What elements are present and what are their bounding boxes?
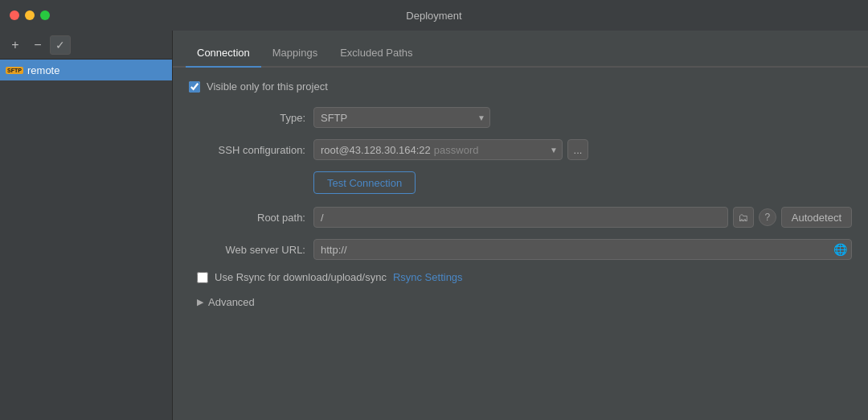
ssh-config-row: SSH configuration: root@43.128.30.164:22… [189, 139, 852, 160]
advanced-label: Advanced [208, 296, 255, 308]
main-layout: + − ✓ SFTP remote Connection Mappings Ex… [0, 31, 868, 420]
type-select-wrapper: SFTP FTP Local or mounted folder ▼ [313, 107, 490, 128]
ssh-chevron-down-icon: ▼ [550, 146, 558, 154]
web-server-url-row: Web server URL: 🌐 [189, 239, 852, 260]
sidebar-item-remote[interactable]: SFTP remote [0, 60, 172, 80]
ssh-config-ellipsis-button[interactable]: ... [567, 139, 588, 160]
sftp-badge: SFTP [6, 67, 23, 74]
tab-mappings[interactable]: Mappings [261, 40, 329, 68]
triangle-right-icon: ▶ [197, 297, 203, 307]
sidebar-item-label: remote [27, 64, 59, 76]
visible-only-label: Visible only for this project [207, 80, 328, 93]
test-connection-row: Test Connection [189, 171, 852, 194]
rsync-row: Use Rsync for download/upload/sync Rsync… [189, 271, 852, 283]
titlebar: Deployment [0, 0, 868, 31]
remove-button[interactable]: − [27, 35, 48, 55]
web-server-url-label: Web server URL: [189, 244, 305, 256]
root-path-control-area: 🗂 ? Autodetect [313, 207, 852, 228]
visible-only-row: Visible only for this project [189, 80, 852, 93]
minimize-button[interactable] [25, 10, 35, 20]
type-control-area: SFTP FTP Local or mounted folder ▼ [313, 107, 852, 128]
rsync-checkbox[interactable] [197, 272, 208, 283]
advanced-section[interactable]: ▶ Advanced [189, 296, 852, 308]
ssh-config-select[interactable]: root@43.128.30.164:22 password ▼ [313, 139, 563, 160]
type-label: Type: [189, 112, 305, 124]
web-server-url-control-area: 🌐 [313, 239, 852, 260]
root-path-folder-button[interactable]: 🗂 [733, 207, 754, 228]
content-area: Connection Mappings Excluded Paths Visib… [173, 31, 868, 420]
tab-excluded-paths[interactable]: Excluded Paths [329, 40, 424, 68]
sftp-icon: SFTP [6, 64, 23, 76]
root-path-row: Root path: 🗂 ? Autodetect [189, 207, 852, 228]
web-server-url-input[interactable] [313, 239, 852, 260]
rsync-settings-link[interactable]: Rsync Settings [393, 271, 463, 283]
ssh-config-control-area: root@43.128.30.164:22 password ▼ ... [313, 139, 852, 160]
sidebar-toolbar: + − ✓ [0, 31, 172, 60]
maximize-button[interactable] [40, 10, 50, 20]
tabs-bar: Connection Mappings Excluded Paths [173, 31, 868, 68]
ssh-config-label: SSH configuration: [189, 144, 305, 156]
type-select[interactable]: SFTP FTP Local or mounted folder [313, 107, 490, 128]
ssh-config-hint: password [434, 144, 479, 156]
window-title: Deployment [406, 10, 461, 22]
form-content: Visible only for this project Type: SFTP… [173, 68, 868, 420]
autodetect-button[interactable]: Autodetect [781, 207, 852, 228]
tab-connection[interactable]: Connection [186, 40, 261, 68]
folder-icon: 🗂 [738, 212, 748, 224]
ssh-config-value: root@43.128.30.164:22 [321, 144, 431, 156]
root-path-input[interactable] [313, 207, 728, 228]
type-row: Type: SFTP FTP Local or mounted folder ▼ [189, 107, 852, 128]
close-button[interactable] [10, 10, 19, 20]
visible-only-checkbox[interactable] [189, 81, 200, 93]
root-path-help-button[interactable]: ? [759, 208, 776, 226]
add-button[interactable]: + [5, 35, 26, 55]
confirm-button[interactable]: ✓ [50, 35, 71, 55]
sidebar: + − ✓ SFTP remote [0, 31, 173, 420]
root-path-label: Root path: [189, 212, 305, 224]
window-controls [10, 10, 50, 20]
test-connection-button[interactable]: Test Connection [313, 171, 416, 194]
help-icon: ? [765, 212, 771, 223]
sidebar-items-list: SFTP remote [0, 60, 172, 420]
rsync-label: Use Rsync for download/upload/sync [215, 271, 387, 283]
web-server-url-wrapper: 🌐 [313, 239, 852, 260]
ssh-config-wrapper: root@43.128.30.164:22 password ▼ [313, 139, 563, 160]
